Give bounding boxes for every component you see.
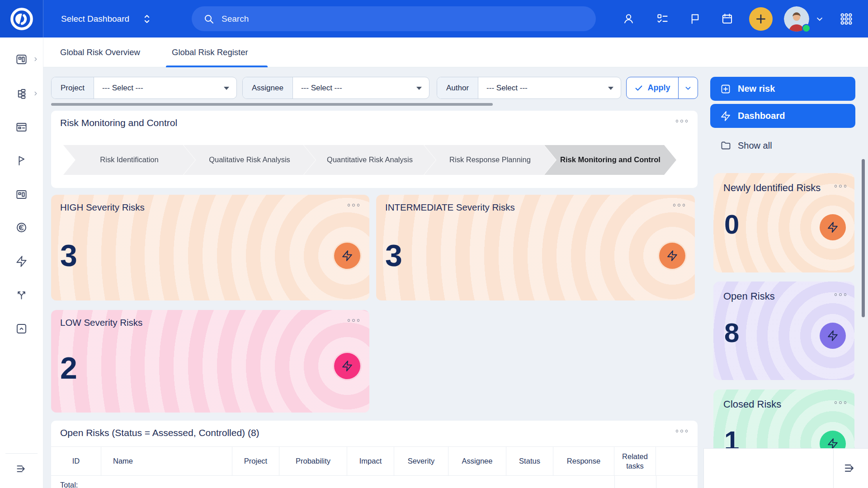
lightning-bolt-icon [341, 360, 353, 372]
dashboard-selector[interactable]: Select Dashboard [61, 0, 152, 38]
branch-split-icon [15, 289, 28, 301]
tab-global-risk-register[interactable]: Global Risk Register [172, 38, 248, 67]
filter-project[interactable]: Project --- Select --- [51, 77, 237, 99]
column-header-status: Status [506, 447, 553, 475]
process-panel-menu[interactable] [676, 120, 688, 122]
chevron-right-icon [33, 56, 39, 62]
panel-expand-icon[interactable] [839, 457, 861, 479]
apply-button[interactable]: Apply [626, 77, 698, 99]
lightning-bolt-icon [341, 250, 353, 262]
bolt-badge [334, 353, 360, 379]
calendar-icon[interactable] [717, 0, 737, 38]
vertical-scrollbar[interactable] [862, 159, 865, 317]
sidebar-item-collapse-section[interactable] [0, 317, 43, 340]
apply-label: Apply [647, 83, 670, 93]
avatar-chevron-down-icon[interactable] [812, 0, 827, 38]
bolt-badge [334, 243, 360, 269]
open-risks-card: Open Risks 8 [713, 282, 854, 380]
open-risks-table-menu[interactable] [676, 430, 688, 432]
dashboard-selector-label: Select Dashboard [61, 14, 129, 24]
high-severity-title: HIGH Severity Risks [60, 202, 145, 213]
column-header-related-tasks: Related tasks [614, 447, 656, 475]
high-severity-menu[interactable] [348, 204, 360, 206]
filter-assignee-value: --- Select --- [293, 77, 429, 99]
sidebar-item-dashboards[interactable] [0, 47, 43, 71]
bolt-badge [820, 323, 846, 349]
dashboard-button[interactable]: Dashboard [710, 104, 855, 128]
risk-process-panel: Risk Monitoring and Control Risk Identif… [51, 111, 698, 188]
horizontal-scrollbar[interactable] [51, 103, 493, 106]
chevron-right-icon [33, 90, 39, 97]
column-header-probability: Probability [279, 447, 347, 475]
updown-chevron-icon [142, 12, 152, 26]
online-status-dot [802, 24, 811, 33]
search-input[interactable] [221, 14, 588, 24]
sidebar-item-structure[interactable] [0, 82, 43, 105]
high-severity-count: 3 [60, 240, 77, 271]
column-header-assignee: Assignee [448, 447, 506, 475]
tree-structure-icon [15, 88, 28, 100]
add-button[interactable] [749, 7, 773, 31]
intermediate-severity-menu[interactable] [673, 204, 685, 206]
filter-author-value: --- Select --- [478, 77, 621, 99]
filter-author[interactable]: Author --- Select --- [437, 77, 621, 99]
sidebar-divider [5, 453, 38, 454]
column-header-project: Project [232, 447, 279, 475]
checklist-icon[interactable] [652, 0, 672, 38]
search-bar[interactable] [192, 6, 596, 31]
step-quantitative-risk-analysis: Quantitative Risk Analysis [304, 145, 436, 175]
low-severity-card: LOW Severity Risks 2 [51, 310, 369, 413]
profile-icon[interactable] [618, 0, 638, 38]
closed-risks-menu[interactable] [835, 401, 847, 404]
pennant-flag-icon [15, 155, 28, 167]
dashboard-boards-icon [15, 53, 28, 66]
avatar[interactable] [784, 6, 809, 32]
sidebar-item-milestones[interactable] [0, 149, 43, 172]
open-risks-menu[interactable] [835, 293, 847, 296]
flag-icon[interactable] [685, 0, 705, 38]
column-header-response: Response [553, 447, 614, 475]
new-risk-label: New risk [738, 84, 775, 94]
active-tab-underline [166, 66, 268, 67]
sidebar-item-browser-view[interactable] [0, 115, 43, 139]
tab-global-risk-overview[interactable]: Global Risk Overview [60, 38, 140, 67]
footer-divider [833, 449, 834, 488]
left-sidebar [0, 38, 43, 488]
column-header-name: Name [101, 447, 232, 475]
sidebar-item-workflows[interactable] [0, 283, 43, 306]
lightning-bolt-icon [827, 221, 839, 233]
table-total-label: Total: [60, 481, 78, 488]
tabs-bar: Global Risk Overview Global Risk Registe… [43, 38, 868, 67]
folder-icon [720, 140, 731, 151]
closed-risks-title: Closed Risks [723, 399, 781, 410]
sidebar-item-boards[interactable] [0, 183, 43, 206]
low-severity-title: LOW Severity Risks [60, 317, 142, 328]
lightning-bolt-icon [827, 330, 839, 342]
table-header-row: ID Name Project Probability Impact Sever… [51, 446, 698, 476]
apps-grid-icon[interactable] [836, 0, 856, 38]
newly-identified-risks-menu[interactable] [835, 185, 847, 188]
sidebar-item-risks[interactable] [0, 249, 43, 273]
app-logo[interactable] [0, 0, 43, 38]
table-column-divider [614, 476, 615, 488]
open-risks-table-title: Open Risks (Status = Assessed, Controlle… [60, 427, 259, 438]
apply-dropdown-toggle[interactable] [679, 77, 698, 99]
lightning-bolt-icon [15, 255, 28, 267]
low-severity-count: 2 [60, 352, 77, 383]
filter-assignee-label: Assignee [243, 77, 293, 99]
filter-project-label: Project [52, 77, 94, 99]
process-steps: Risk Identification Qualitative Risk Ana… [63, 145, 681, 175]
new-risk-button[interactable]: New risk [710, 77, 855, 101]
search-icon [203, 14, 214, 24]
high-severity-card: HIGH Severity Risks 3 [51, 195, 369, 300]
low-severity-menu[interactable] [348, 319, 360, 322]
sidebar-item-finance[interactable] [0, 216, 43, 239]
box-chevron-up-icon [15, 323, 28, 335]
show-all-link[interactable]: Show all [710, 135, 855, 156]
step-qualitative-risk-analysis: Qualitative Risk Analysis [184, 145, 316, 175]
filter-assignee[interactable]: Assignee --- Select --- [242, 77, 429, 99]
euro-coin-icon [15, 221, 28, 234]
sidebar-expand-icon[interactable] [10, 458, 32, 479]
logo-icon [9, 6, 35, 32]
right-panel-footer [703, 448, 868, 488]
